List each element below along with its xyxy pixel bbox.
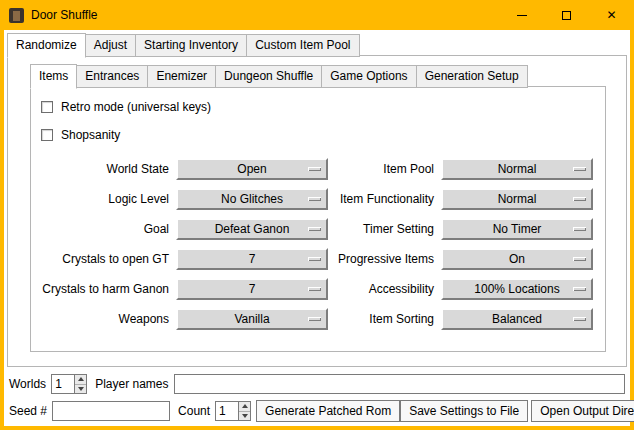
- count-spinbox[interactable]: [215, 401, 251, 421]
- subtab-enemizer[interactable]: Enemizer: [147, 65, 216, 88]
- spin-up-icon: [242, 404, 248, 408]
- spin-up-icon: [78, 377, 84, 381]
- items-panel: Retro mode (universal keys) Shopsanity W…: [30, 86, 606, 352]
- dropdown-indicator-icon: [573, 287, 586, 291]
- subtab-game-options[interactable]: Game Options: [321, 65, 416, 88]
- seed-label: Seed #: [9, 404, 47, 418]
- accessibility-label: Accessibility: [335, 282, 434, 296]
- player-names-label: Player names: [95, 377, 168, 391]
- app-icon: [9, 8, 24, 23]
- count-spin-arrows: [238, 402, 250, 420]
- spin-up-button[interactable]: [239, 402, 250, 411]
- minimize-icon: [517, 15, 527, 16]
- crystals-open-gt-value: 7: [249, 252, 256, 266]
- tab-adjust[interactable]: Adjust: [85, 34, 136, 57]
- dropdown-indicator-icon: [308, 287, 321, 291]
- sub-tab-bar: Items Entrances Enemizer Dungeon Shuffle…: [30, 64, 527, 88]
- save-settings-button[interactable]: Save Settings to File: [400, 400, 528, 422]
- logic-level-label: Logic Level: [31, 192, 169, 206]
- retro-mode-checkbox-label: Retro mode (universal keys): [61, 100, 211, 114]
- worlds-spinbox[interactable]: [51, 374, 87, 394]
- player-names-input[interactable]: [174, 374, 626, 394]
- timer-setting-dropdown[interactable]: No Timer: [441, 218, 593, 240]
- item-sorting-dropdown[interactable]: Balanced: [441, 308, 593, 330]
- main-tab-bar: Randomize Adjust Starting Inventory Cust…: [7, 33, 359, 57]
- crystals-open-gt-dropdown[interactable]: 7: [176, 248, 328, 270]
- spin-up-button[interactable]: [75, 375, 86, 384]
- goal-dropdown[interactable]: Defeat Ganon: [176, 218, 328, 240]
- spin-down-button[interactable]: [75, 384, 86, 394]
- weapons-label: Weapons: [31, 312, 169, 326]
- randomize-panel: Items Entrances Enemizer Dungeon Shuffle…: [7, 55, 627, 367]
- dropdown-indicator-icon: [308, 167, 321, 171]
- world-state-value: Open: [237, 162, 266, 176]
- window-title: Door Shuffle: [31, 8, 98, 22]
- tab-randomize[interactable]: Randomize: [7, 33, 86, 58]
- progressive-items-value: On: [509, 252, 525, 266]
- progressive-items-label: Progressive Items: [335, 252, 434, 266]
- dropdown-indicator-icon: [308, 227, 321, 231]
- retro-mode-checkbox[interactable]: Retro mode (universal keys): [41, 98, 605, 115]
- subtab-items[interactable]: Items: [30, 64, 77, 89]
- goal-value: Defeat Ganon: [215, 222, 290, 236]
- timer-setting-label: Timer Setting: [335, 222, 434, 236]
- crystals-harm-ganon-dropdown[interactable]: 7: [176, 278, 328, 300]
- tab-custom-item-pool[interactable]: Custom Item Pool: [246, 34, 359, 57]
- dropdown-indicator-icon: [308, 197, 321, 201]
- dropdown-indicator-icon: [308, 257, 321, 261]
- dropdown-indicator-icon: [573, 317, 586, 321]
- maximize-button[interactable]: [544, 0, 589, 30]
- dropdown-indicator-icon: [308, 317, 321, 321]
- dropdown-indicator-icon: [573, 227, 586, 231]
- subtab-entrances[interactable]: Entrances: [76, 65, 148, 88]
- open-output-directory-button[interactable]: Open Output Directory: [531, 400, 634, 422]
- titlebar-buttons: ✕: [499, 0, 634, 30]
- goal-label: Goal: [31, 222, 169, 236]
- world-state-label: World State: [31, 162, 169, 176]
- accessibility-dropdown[interactable]: 100% Locations: [441, 278, 593, 300]
- dropdown-indicator-icon: [573, 197, 586, 201]
- spin-down-button[interactable]: [239, 411, 250, 421]
- progressive-items-dropdown[interactable]: On: [441, 248, 593, 270]
- accessibility-value: 100% Locations: [474, 282, 559, 296]
- weapons-dropdown[interactable]: Vanilla: [176, 308, 328, 330]
- spin-down-icon: [78, 387, 84, 391]
- close-icon: ✕: [606, 9, 616, 21]
- titlebar: Door Shuffle ✕: [0, 0, 634, 30]
- timer-setting-value: No Timer: [493, 222, 542, 236]
- close-button[interactable]: ✕: [589, 0, 634, 30]
- bottom-bar: Worlds Player names Seed # Count: [4, 370, 630, 426]
- tab-starting-inventory[interactable]: Starting Inventory: [135, 34, 247, 57]
- minimize-button[interactable]: [499, 0, 544, 30]
- generate-patched-rom-button[interactable]: Generate Patched Rom: [256, 400, 400, 422]
- count-input[interactable]: [216, 402, 238, 420]
- dropdown-indicator-icon: [573, 257, 586, 261]
- worlds-input[interactable]: [52, 375, 74, 393]
- world-state-dropdown[interactable]: Open: [176, 158, 328, 180]
- spin-down-icon: [242, 414, 248, 418]
- crystals-harm-ganon-value: 7: [249, 282, 256, 296]
- item-pool-value: Normal: [498, 162, 537, 176]
- item-functionality-label: Item Functionality: [335, 192, 434, 206]
- item-functionality-value: Normal: [498, 192, 537, 206]
- seed-input[interactable]: [52, 401, 170, 421]
- seed-row: Seed # Count Generate Patched Rom Save S…: [9, 399, 625, 423]
- shopsanity-checkbox-label: Shopsanity: [61, 128, 120, 142]
- logic-level-dropdown[interactable]: No Glitches: [176, 188, 328, 210]
- subtab-generation-setup[interactable]: Generation Setup: [416, 65, 528, 88]
- crystals-harm-ganon-label: Crystals to harm Ganon: [31, 282, 169, 296]
- crystals-open-gt-label: Crystals to open GT: [31, 252, 169, 266]
- shopsanity-checkbox-box[interactable]: [41, 129, 53, 141]
- dropdown-indicator-icon: [573, 167, 586, 171]
- options-grid: World State Open Item Pool Normal Logic …: [31, 158, 593, 330]
- maximize-icon: [562, 11, 571, 20]
- retro-mode-checkbox-box[interactable]: [41, 101, 53, 113]
- subtab-dungeon-shuffle[interactable]: Dungeon Shuffle: [215, 65, 322, 88]
- worlds-row: Worlds Player names: [9, 372, 625, 396]
- shopsanity-checkbox[interactable]: Shopsanity: [41, 126, 605, 143]
- worlds-label: Worlds: [9, 377, 46, 391]
- worlds-spin-arrows: [74, 375, 86, 393]
- item-functionality-dropdown[interactable]: Normal: [441, 188, 593, 210]
- logic-level-value: No Glitches: [221, 192, 283, 206]
- item-pool-dropdown[interactable]: Normal: [441, 158, 593, 180]
